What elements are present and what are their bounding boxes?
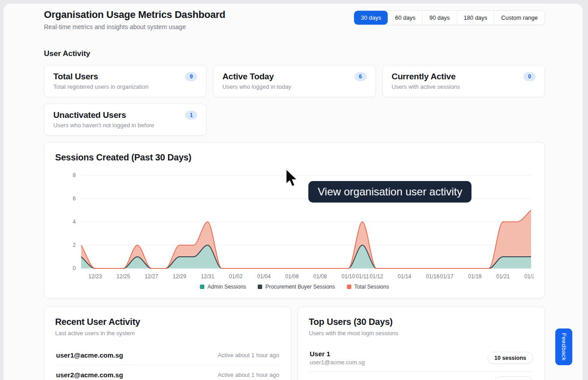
metric-top: Currently Active 0 bbox=[392, 72, 536, 82]
recent-activity-card: Recent User Activity Last active users i… bbox=[44, 307, 291, 380]
metric-top: Active Today 6 bbox=[222, 72, 366, 82]
top-users-list: User 1 user1@acme.com.sg 10 sessions Use… bbox=[309, 345, 534, 380]
section-user-activity: User Activity bbox=[44, 49, 545, 58]
svg-text:01/11: 01/11 bbox=[356, 273, 369, 280]
svg-text:4: 4 bbox=[73, 219, 76, 225]
card-currently-active: Currently Active 0 Users with active ses… bbox=[382, 65, 545, 97]
svg-text:01/17: 01/17 bbox=[440, 273, 454, 280]
page: Organisation Usage Metrics Dashboard Rea… bbox=[0, 0, 588, 380]
recent-activity-subtitle: Last active users in the system bbox=[55, 330, 280, 337]
svg-text:01/12: 01/12 bbox=[370, 273, 383, 280]
metric-value-badge: 1 bbox=[185, 111, 197, 120]
tab-180-days[interactable]: 180 days bbox=[457, 11, 494, 25]
activity-status: Active about 1 hour ago bbox=[218, 371, 279, 378]
user-name: User 1 bbox=[310, 350, 365, 358]
svg-text:12/31: 12/31 bbox=[201, 273, 214, 280]
bottom-cards: Recent User Activity Last active users i… bbox=[44, 307, 545, 380]
legend-swatch-icon bbox=[347, 285, 351, 289]
svg-text:01/02: 01/02 bbox=[229, 273, 242, 280]
legend-swatch-icon bbox=[200, 285, 204, 289]
feedback-button[interactable]: Feedback bbox=[555, 328, 572, 365]
card-active-today: Active Today 6 Users who logged in today bbox=[213, 65, 376, 97]
metric-value-badge: 6 bbox=[355, 72, 367, 81]
sessions-chart-card[interactable]: Sessions Created (Past 30 Days) 0246812/… bbox=[44, 142, 545, 298]
metric-top: Unactivated Users 1 bbox=[53, 110, 197, 120]
svg-text:01/16: 01/16 bbox=[426, 273, 439, 280]
user-email: user1@acme.com.sg bbox=[56, 351, 123, 359]
top-users-card: Top Users (30 Days) Users with the most … bbox=[298, 307, 545, 380]
svg-text:0: 0 bbox=[73, 265, 76, 272]
svg-text:01/06: 01/06 bbox=[285, 273, 299, 280]
recent-activity-title: Recent User Activity bbox=[55, 317, 280, 327]
legend-label: Total Sessions bbox=[355, 284, 389, 290]
legend-swatch-icon bbox=[258, 285, 262, 289]
list-item: User 1 bbox=[309, 372, 534, 380]
svg-text:8: 8 bbox=[73, 172, 76, 178]
tab-60-days[interactable]: 60 days bbox=[388, 11, 422, 25]
tab-30-days[interactable]: 30 days bbox=[354, 11, 388, 25]
list-item: User 1 user1@acme.com.sg 10 sessions bbox=[309, 345, 534, 372]
tab-90-days[interactable]: 90 days bbox=[422, 11, 457, 25]
metric-desc: Users who logged in today bbox=[222, 83, 366, 90]
sessions-badge bbox=[494, 376, 533, 380]
svg-text:2: 2 bbox=[73, 242, 76, 248]
list-item: user1@acme.com.sg Active about 1 hour ag… bbox=[55, 345, 280, 365]
legend-label: Procurement Buyer Sessions bbox=[265, 284, 335, 290]
svg-text:6: 6 bbox=[73, 195, 76, 202]
action-tooltip: View organisation user activity bbox=[308, 181, 471, 203]
metric-value-badge: 0 bbox=[523, 72, 536, 81]
svg-text:12/27: 12/27 bbox=[145, 273, 158, 280]
dashboard-content: Organisation Usage Metrics Dashboard Rea… bbox=[4, 4, 583, 380]
svg-text:01/14: 01/14 bbox=[398, 273, 411, 280]
svg-text:12/29: 12/29 bbox=[173, 273, 186, 280]
metric-title: Total Users bbox=[53, 72, 98, 82]
svg-text:12/25: 12/25 bbox=[117, 273, 130, 280]
metric-top: Total Users 9 bbox=[53, 72, 197, 82]
user-info: User 1 bbox=[310, 378, 330, 380]
metric-cards: Total Users 9 Total registered users in … bbox=[44, 65, 545, 136]
mouse-cursor bbox=[285, 169, 301, 187]
user-email: user1@acme.com.sg bbox=[310, 359, 365, 366]
time-range-tabs: 30 days 60 days 90 days 180 days Custom … bbox=[354, 10, 545, 25]
header: Organisation Usage Metrics Dashboard Rea… bbox=[44, 9, 545, 30]
chart-legend: Admin SessionsProcurement Buyer Sessions… bbox=[55, 284, 534, 290]
metric-title: Currently Active bbox=[392, 72, 456, 82]
metric-desc: Users with active sessions bbox=[392, 83, 536, 90]
svg-text:01/10: 01/10 bbox=[342, 273, 355, 280]
card-total-users: Total Users 9 Total registered users in … bbox=[44, 65, 207, 97]
metric-desc: Users who haven't not logged in before bbox=[53, 122, 197, 129]
sessions-badge: 10 sessions bbox=[488, 352, 533, 364]
user-email: user2@acme.com.sg bbox=[56, 371, 123, 379]
svg-text:01/21: 01/21 bbox=[496, 273, 510, 280]
legend-item: Admin Sessions bbox=[200, 284, 246, 290]
svg-text:01/04: 01/04 bbox=[257, 273, 271, 280]
metric-title: Unactivated Users bbox=[53, 110, 126, 120]
legend-item: Total Sessions bbox=[347, 284, 389, 290]
svg-text:01/23: 01/23 bbox=[524, 273, 534, 280]
page-subtitle: Real-time metrics and insights about sys… bbox=[44, 23, 225, 30]
page-title: Organisation Usage Metrics Dashboard bbox=[44, 9, 225, 21]
title-block: Organisation Usage Metrics Dashboard Rea… bbox=[44, 9, 225, 30]
svg-text:01/19: 01/19 bbox=[468, 273, 481, 280]
legend-item: Procurement Buyer Sessions bbox=[258, 284, 335, 290]
metric-title: Active Today bbox=[222, 72, 273, 82]
top-users-title: Top Users (30 Days) bbox=[309, 317, 534, 327]
user-info: User 1 user1@acme.com.sg bbox=[310, 350, 365, 366]
tab-custom-range[interactable]: Custom range bbox=[494, 11, 545, 25]
metric-desc: Total registered users in organization bbox=[53, 83, 197, 90]
activity-status: Active about 1 hour ago bbox=[218, 352, 279, 358]
dashboard-window: Organisation Usage Metrics Dashboard Rea… bbox=[4, 4, 583, 380]
user-name: User 1 bbox=[310, 378, 330, 380]
legend-label: Admin Sessions bbox=[208, 284, 246, 290]
svg-text:01/08: 01/08 bbox=[313, 273, 327, 280]
list-item: user2@acme.com.sg Active about 1 hour ag… bbox=[55, 365, 280, 380]
recent-activity-list: user1@acme.com.sg Active about 1 hour ag… bbox=[55, 345, 280, 380]
metric-value-badge: 9 bbox=[185, 72, 197, 81]
svg-text:12/23: 12/23 bbox=[88, 273, 102, 280]
card-unactivated-users: Unactivated Users 1 Users who haven't no… bbox=[44, 104, 207, 136]
top-users-subtitle: Users with the most login sessions bbox=[309, 330, 534, 337]
chart-title: Sessions Created (Past 30 Days) bbox=[55, 152, 534, 163]
